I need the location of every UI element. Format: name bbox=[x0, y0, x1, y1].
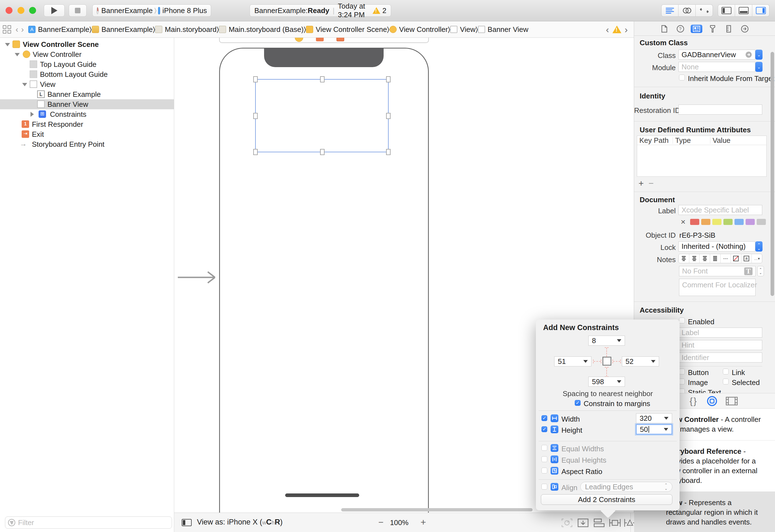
breadcrumb-item[interactable]: View bbox=[450, 25, 476, 34]
outline-row-banner-view[interactable]: Banner View bbox=[0, 99, 174, 109]
jump-to-class-icon[interactable] bbox=[745, 51, 752, 58]
lock-stepper[interactable]: ⌃⌄ bbox=[755, 241, 763, 251]
toggle-debug-button[interactable] bbox=[735, 4, 752, 17]
breadcrumb-item[interactable]: Main.storyboard bbox=[155, 25, 216, 34]
storyboard-entry-arrow[interactable] bbox=[177, 270, 221, 285]
outline-row-bottom-layout-guide[interactable]: Bottom Layout Guide bbox=[0, 69, 174, 79]
aspect-ratio-checkbox[interactable] bbox=[542, 468, 547, 474]
add-constraints-submit-button[interactable]: Add 2 Constraints bbox=[541, 494, 672, 505]
code-snippets-icon[interactable]: { } bbox=[690, 396, 697, 406]
tab-connections-inspector[interactable] bbox=[739, 25, 751, 33]
top-ibeam-icon[interactable] bbox=[606, 348, 607, 357]
width-value-field[interactable]: 320 bbox=[636, 413, 672, 423]
trait-image-checkbox[interactable] bbox=[679, 379, 685, 385]
notes-a-button[interactable]: a bbox=[741, 254, 752, 263]
breadcrumb-item[interactable]: View Controller bbox=[390, 25, 448, 34]
color-swatch[interactable] bbox=[746, 219, 755, 225]
trait-button-checkbox[interactable] bbox=[679, 369, 685, 375]
view-as-control[interactable]: View as: iPhone X (wChR) bbox=[197, 518, 283, 526]
disclosure-right-icon[interactable] bbox=[30, 112, 34, 117]
breadcrumb-item[interactable]: BannerExample bbox=[92, 25, 153, 34]
run-button[interactable] bbox=[44, 4, 65, 17]
accessibility-hint-field[interactable]: Hint bbox=[679, 340, 762, 350]
width-checkbox[interactable]: ✓ bbox=[542, 415, 547, 421]
scene-first-responder-icon[interactable] bbox=[316, 38, 324, 41]
selected-banner-view[interactable] bbox=[255, 79, 389, 152]
warning-count[interactable]: 2 bbox=[382, 6, 386, 15]
localizer-comment-field[interactable]: Comment For Localizer bbox=[679, 279, 756, 296]
height-value-field[interactable]: 50 bbox=[636, 424, 672, 434]
update-frames-button[interactable] bbox=[561, 518, 573, 528]
udra-add-button[interactable]: + bbox=[639, 178, 644, 188]
trait-selected-checkbox[interactable] bbox=[723, 379, 729, 385]
trailing-ibeam-icon[interactable] bbox=[613, 361, 620, 362]
inherit-module-checkbox[interactable] bbox=[679, 75, 685, 80]
warning-icon[interactable] bbox=[372, 7, 380, 14]
outline-row-view[interactable]: View bbox=[0, 79, 174, 89]
standard-editor-button[interactable] bbox=[661, 4, 679, 17]
breadcrumb-item[interactable]: ABannerExample bbox=[28, 25, 89, 34]
related-items-icon[interactable] bbox=[2, 25, 12, 34]
prev-issue-icon[interactable]: ‹ bbox=[606, 24, 609, 35]
outline-row-view-controller[interactable]: View Controller bbox=[0, 49, 174, 59]
module-field[interactable]: None bbox=[679, 62, 755, 72]
color-swatch[interactable] bbox=[712, 219, 721, 225]
minimize-window-button[interactable] bbox=[17, 7, 24, 14]
notes-left-button[interactable] bbox=[679, 254, 689, 263]
color-swatch[interactable] bbox=[701, 219, 710, 225]
accessibility-label-field[interactable]: Label bbox=[679, 328, 762, 338]
tab-file-inspector[interactable] bbox=[659, 25, 670, 33]
scheme-selector[interactable]: BannerExample 〉 iPhone 8 Plus bbox=[92, 4, 211, 17]
disclosure-down-icon[interactable] bbox=[22, 83, 27, 86]
version-editor-button[interactable] bbox=[696, 4, 713, 17]
tab-quick-help-inspector[interactable]: ? bbox=[675, 25, 686, 33]
color-swatch[interactable] bbox=[757, 219, 766, 225]
disclosure-down-icon[interactable] bbox=[5, 43, 10, 46]
assistant-editor-button[interactable] bbox=[679, 4, 696, 17]
next-issue-icon[interactable]: › bbox=[625, 24, 628, 35]
media-library-icon[interactable] bbox=[726, 397, 738, 406]
doc-label-field[interactable]: Xcode Specific Label bbox=[679, 205, 762, 215]
stop-button[interactable] bbox=[69, 4, 87, 17]
align-checkbox[interactable] bbox=[542, 484, 547, 490]
leading-spacing-field[interactable]: 51 bbox=[554, 357, 591, 367]
notes-justify-button[interactable] bbox=[710, 254, 721, 263]
outline-row-constraints[interactable]: ⊞Constraints bbox=[0, 109, 174, 119]
notes-dash-button[interactable]: --- bbox=[721, 254, 731, 263]
breadcrumb-item[interactable]: View Controller Scene bbox=[306, 25, 387, 34]
trait-link-checkbox[interactable] bbox=[723, 369, 729, 375]
resize-handle[interactable] bbox=[386, 113, 391, 119]
resize-handle[interactable] bbox=[320, 149, 324, 155]
align-select[interactable]: Leading Edges ⌃⌄ bbox=[580, 482, 672, 492]
class-field[interactable]: GADBannerView bbox=[679, 50, 755, 60]
height-checkbox[interactable]: ✓ bbox=[542, 426, 547, 432]
font-field[interactable]: No Font T bbox=[679, 266, 756, 276]
outline-row-storyboard-entry-point[interactable]: →Storyboard Entry Point bbox=[0, 139, 174, 149]
jumpbar-forward-icon[interactable]: › bbox=[21, 25, 24, 34]
zoom-out-button[interactable]: − bbox=[378, 517, 383, 528]
tab-attributes-inspector[interactable] bbox=[707, 25, 718, 33]
breadcrumb-item[interactable]: Main.storyboard (Base) bbox=[219, 25, 303, 34]
outline-row-first-responder[interactable]: 1First Responder bbox=[0, 119, 174, 129]
close-window-button[interactable] bbox=[6, 7, 12, 14]
equal-heights-checkbox[interactable] bbox=[542, 456, 547, 462]
resize-handle[interactable] bbox=[253, 149, 258, 155]
outline-row-view-controller-scene[interactable]: View Controller Scene bbox=[0, 39, 174, 49]
notes-slash-button[interactable] bbox=[731, 254, 741, 263]
notes-more-button[interactable]: …▾ bbox=[752, 254, 762, 263]
tab-size-inspector[interactable] bbox=[723, 25, 735, 33]
embed-in-stack-button[interactable] bbox=[577, 518, 589, 528]
scene-view-controller-icon[interactable] bbox=[295, 38, 303, 42]
font-picker-icon[interactable]: T bbox=[744, 268, 753, 275]
font-size-stepper[interactable]: ⌃⌄ bbox=[757, 266, 764, 276]
toggle-navigator-button[interactable] bbox=[718, 4, 735, 17]
inspector-scrollbar[interactable] bbox=[771, 52, 774, 296]
outline-row-top-layout-guide[interactable]: Top Layout Guide bbox=[0, 59, 174, 69]
breadcrumb-item[interactable]: Banner View bbox=[478, 25, 529, 34]
color-swatch[interactable] bbox=[723, 219, 733, 225]
top-spacing-field[interactable]: 8 bbox=[588, 336, 625, 346]
trailing-spacing-field[interactable]: 52 bbox=[622, 357, 659, 367]
resize-handle[interactable] bbox=[253, 76, 258, 82]
resize-handle[interactable] bbox=[386, 76, 391, 82]
udra-table[interactable]: Key Path Type Value bbox=[637, 136, 767, 177]
